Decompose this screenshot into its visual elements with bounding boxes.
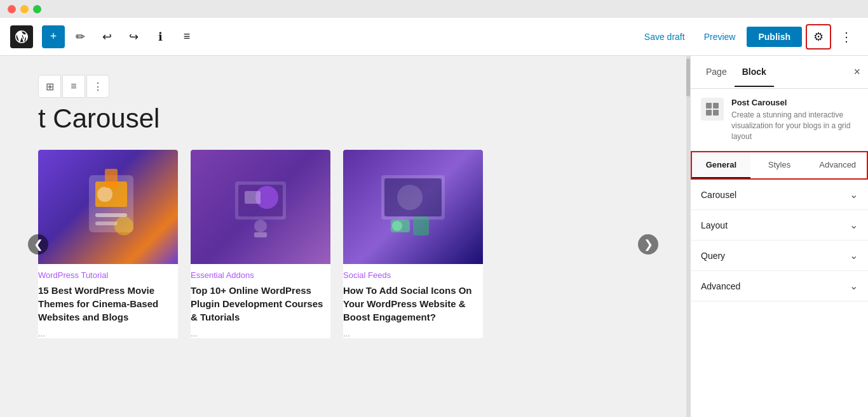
undo-button[interactable]: ↩ [95, 25, 118, 48]
block-settings-tabs: General Styles Advanced [691, 151, 868, 180]
accordion-advanced: Advanced ⌄ [691, 271, 868, 301]
card-category-1: WordPress Tutorial [38, 270, 178, 280]
accordion-carousel-header[interactable]: Carousel ⌄ [691, 180, 868, 209]
svg-rect-4 [95, 222, 118, 225]
card-illustration-2 [191, 150, 330, 264]
carousel-card: WordPress Tutorial 15 Best WordPress Mov… [38, 150, 178, 338]
panel-tabs: Page Block × [691, 56, 868, 89]
block-more-btn[interactable]: ⋮ [86, 75, 109, 98]
accordion-carousel: Carousel ⌄ [691, 180, 868, 210]
page-title: t Carousel [38, 103, 648, 135]
accordion-carousel-chevron: ⌄ [850, 189, 858, 201]
maximize-window-btn[interactable] [33, 5, 41, 13]
card-title-2: Top 10+ Online WordPress Plugin Developm… [191, 284, 330, 324]
card-dots-3: ... [343, 329, 483, 338]
card-illustration-1 [38, 150, 178, 264]
svg-rect-12 [254, 232, 267, 237]
block-info-text: Post Carousel Create a stunning and inte… [731, 98, 858, 142]
add-block-button[interactable]: + [42, 25, 65, 48]
more-options-button[interactable]: ⋮ [835, 25, 858, 48]
card-illustration-3 [343, 150, 483, 264]
settings-tab-styles[interactable]: Styles [750, 152, 809, 178]
tools-button[interactable]: ✏ [69, 25, 92, 48]
card-image-3 [343, 150, 483, 264]
svg-point-18 [392, 221, 402, 231]
settings-tab-general[interactable]: General [692, 152, 750, 178]
block-icon [701, 98, 724, 121]
top-toolbar: + ✏ ↩ ↪ ℹ ≡ Save draft Preview Publish ⚙… [0, 18, 868, 56]
card-category-2: Essential Addons [191, 270, 330, 280]
svg-rect-17 [413, 216, 429, 235]
card-dots-1: ... [38, 329, 178, 338]
svg-rect-10 [245, 191, 261, 204]
svg-rect-5 [105, 169, 118, 188]
accordion-layout: Layout ⌄ [691, 210, 868, 241]
block-grid-view-btn[interactable]: ⊞ [38, 75, 61, 98]
minimize-window-btn[interactable] [20, 5, 29, 13]
accordion-layout-chevron: ⌄ [850, 219, 858, 231]
svg-point-6 [114, 216, 133, 235]
panel-close-button[interactable]: × [853, 65, 860, 79]
accordion-query-header[interactable]: Query ⌄ [691, 241, 868, 270]
accordion-query-label: Query [701, 251, 725, 261]
carousel-container: ❮ [38, 150, 648, 338]
carousel-next-button[interactable]: ❯ [638, 234, 658, 255]
svg-point-2 [97, 187, 112, 202]
svg-point-11 [254, 220, 267, 232]
card-category-3: Social Feeds [343, 270, 483, 280]
svg-point-15 [397, 185, 423, 210]
tab-page[interactable]: Page [698, 58, 735, 87]
main-layout: ⊞ ≡ ⋮ t Carousel ❮ [0, 56, 868, 417]
carousel-prev-button[interactable]: ❮ [28, 234, 48, 255]
accordion-advanced-header[interactable]: Advanced ⌄ [691, 271, 868, 301]
card-image-2 [191, 150, 330, 264]
carousel-card: Essential Addons Top 10+ Online WordPres… [191, 150, 330, 338]
settings-button[interactable]: ⚙ [806, 24, 831, 50]
block-name: Post Carousel [731, 98, 858, 107]
block-list-view-btn[interactable]: ≡ [62, 75, 85, 98]
svg-rect-3 [95, 213, 127, 217]
right-panel: Page Block × Post Carousel Create a stun… [690, 56, 868, 417]
wordpress-logo [10, 25, 33, 48]
accordion-carousel-label: Carousel [701, 190, 736, 200]
accordion-advanced-chevron: ⌄ [850, 280, 858, 292]
accordion-query-chevron: ⌄ [850, 249, 858, 261]
list-view-button[interactable]: ≡ [175, 25, 198, 48]
accordion-advanced-label: Advanced [701, 281, 740, 291]
block-icon-grid [706, 103, 719, 116]
card-title-3: How To Add Social Icons On Your WordPres… [343, 284, 483, 324]
editor-area: ⊞ ≡ ⋮ t Carousel ❮ [0, 56, 686, 417]
block-description: Create a stunning and interactive visual… [731, 110, 858, 142]
preview-button[interactable]: Preview [696, 27, 743, 47]
accordion-layout-header[interactable]: Layout ⌄ [691, 210, 868, 240]
info-button[interactable]: ℹ [149, 25, 172, 48]
settings-tab-advanced[interactable]: Advanced [808, 152, 867, 178]
carousel-cards: WordPress Tutorial 15 Best WordPress Mov… [38, 150, 483, 338]
publish-button[interactable]: Publish [747, 27, 802, 47]
tab-block[interactable]: Block [735, 58, 774, 87]
title-bar [0, 0, 868, 18]
save-draft-button[interactable]: Save draft [637, 27, 693, 47]
card-dots-2: ... [191, 329, 330, 338]
wp-icon [14, 29, 29, 44]
redo-button[interactable]: ↪ [122, 25, 145, 48]
carousel-card: Social Feeds How To Add Social Icons On … [343, 150, 483, 338]
accordion-layout-label: Layout [701, 220, 728, 230]
card-image-1 [38, 150, 178, 264]
block-info: Post Carousel Create a stunning and inte… [691, 89, 868, 151]
card-title-1: 15 Best WordPress Movie Themes for Cinem… [38, 284, 178, 324]
block-toolbar: ⊞ ≡ ⋮ [38, 75, 648, 98]
accordion-query: Query ⌄ [691, 241, 868, 271]
close-window-btn[interactable] [8, 5, 16, 13]
